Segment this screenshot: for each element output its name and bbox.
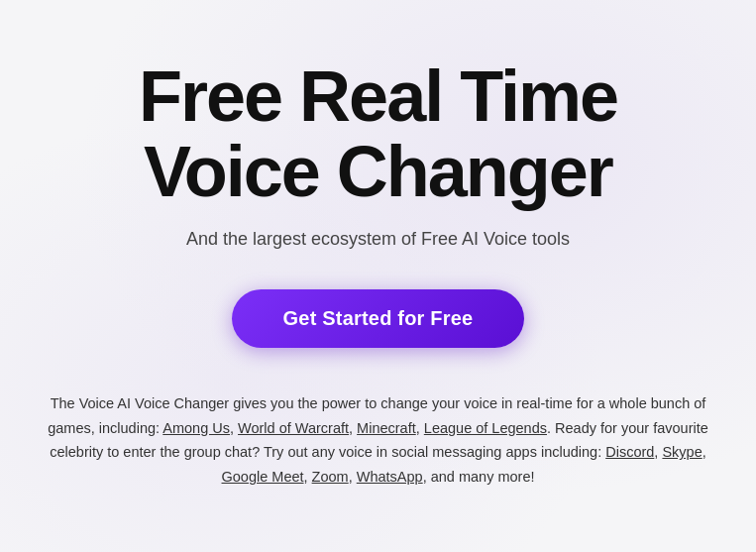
link-league-of-legends[interactable]: League of Legends (424, 420, 547, 436)
link-skype[interactable]: Skype (662, 444, 702, 460)
main-heading: Free Real Time Voice Changer (139, 59, 617, 209)
get-started-button[interactable]: Get Started for Free (232, 289, 525, 348)
subtitle: And the largest ecosystem of Free AI Voi… (186, 229, 570, 250)
title-line2: Voice Changer (144, 132, 612, 211)
link-whatsapp[interactable]: WhatsApp (357, 469, 423, 485)
link-world-of-warcraft[interactable]: World of Warcraft (238, 420, 349, 436)
link-discord[interactable]: Discord (605, 444, 654, 460)
description-text: The Voice AI Voice Changer gives you the… (40, 391, 716, 490)
link-minecraft[interactable]: Minecraft (357, 420, 416, 436)
link-google-meet[interactable]: Google Meet (222, 469, 304, 485)
title-line1: Free Real Time (139, 56, 617, 136)
hero-section: Free Real Time Voice Changer And the lar… (0, 59, 756, 490)
link-among-us[interactable]: Among Us (162, 420, 230, 436)
link-zoom[interactable]: Zoom (312, 469, 349, 485)
